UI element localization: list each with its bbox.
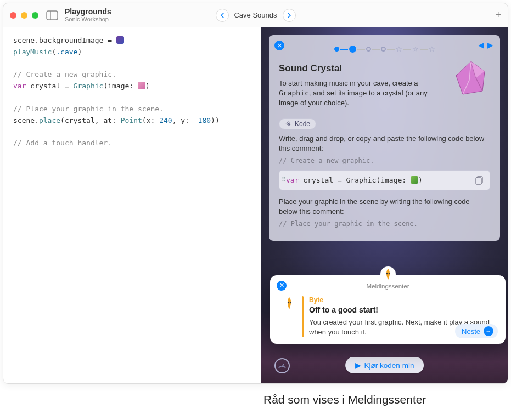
figure-caption: Råd som vises i Meldingssenter [263,393,426,406]
page-nav: Cave Sounds [215,9,295,22]
swift-icon [285,120,292,127]
titlebar: Playgrounds Sonic Workshop Cave Sounds + [3,3,508,27]
panel-instruction-2: Place your graphic in the scene by writi… [279,197,490,217]
svg-rect-5 [476,178,481,184]
page-title: Cave Sounds [234,11,277,19]
message-accent-stripe [302,296,304,337]
svg-point-10 [290,302,291,303]
code-badge: Kode [279,118,316,129]
close-window-button[interactable] [10,12,16,19]
step-pending-icon [381,47,386,52]
panel-prev-button[interactable]: ◀ [478,41,484,49]
arrow-right-icon: → [484,326,493,336]
zoom-window-button[interactable] [32,12,38,19]
step-done-icon [334,47,339,52]
next-page-button[interactable] [283,9,296,22]
byte-avatar-icon [380,266,396,282]
minimize-window-button[interactable] [21,12,27,19]
message-center-title: Meldingssenter [278,282,498,290]
play-icon: ▶ [355,361,361,370]
svg-rect-0 [47,11,58,20]
code-editor[interactable]: scene.backgroundImage = playMusic(.cave)… [3,27,261,383]
app-title: Playgrounds [65,8,111,16]
app-window: Playgrounds Sonic Workshop Cave Sounds +… [3,3,508,384]
message-sender: Byte [309,296,493,304]
byte-avatar-icon [282,296,296,310]
content-split: scene.backgroundImage = playMusic(.cave)… [3,27,508,383]
window-controls [10,12,38,19]
svg-point-8 [388,273,390,274]
comment-line: // Place your graphic in the scene. [279,220,490,228]
message-close-button[interactable]: ✕ [277,281,287,291]
step-pending-icon [366,47,371,52]
speed-meter-button[interactable] [274,358,290,373]
next-message-button[interactable]: Neste → [455,324,498,338]
sidebar-toggle-button[interactable] [46,10,58,20]
code-snippet[interactable]: ⠿ var crystal = Graphic(image: ) [279,170,490,190]
step-star-icon: ☆ [429,45,435,53]
instruction-panel: ✕ ◀ ▶ ☆ [269,35,500,241]
message-center-card: ✕ Meldingssenter Byte Off to a good star… [270,275,506,344]
panel-description: To start making music in your cave, crea… [279,78,438,109]
run-code-button[interactable]: ▶ Kjør koden min [345,357,424,373]
callout-line [448,344,448,394]
comment-line: // Create a new graphic. [279,157,490,164]
title-block: Playgrounds Sonic Workshop [65,8,111,22]
add-button[interactable]: + [495,9,501,21]
panel-instruction-1: Write, drag and drop, or copy and paste … [279,134,490,154]
image-literal-icon [411,176,418,184]
image-literal-icon [116,36,124,44]
project-subtitle: Sonic Workshop [65,16,111,22]
crystal-icon [452,59,490,98]
step-star-icon: ☆ [396,45,402,53]
image-literal-icon [138,82,145,89]
prev-page-button[interactable] [215,9,228,22]
step-star-icon: ☆ [412,45,419,53]
message-heading: Off to a good start! [309,305,493,314]
drag-handle-icon[interactable]: ⠿ [282,176,286,183]
step-current-icon [349,46,356,53]
panel-next-button[interactable]: ▶ [487,41,493,49]
panel-close-button[interactable]: ✕ [274,41,284,50]
svg-point-9 [288,302,289,303]
progress-steps[interactable]: ☆ ☆ ☆ [277,45,492,53]
copy-button[interactable] [474,175,485,186]
panel-page-arrows: ◀ ▶ [478,41,493,49]
svg-point-7 [386,273,388,274]
live-view: ✕ ◀ ▶ ☆ [261,27,508,383]
